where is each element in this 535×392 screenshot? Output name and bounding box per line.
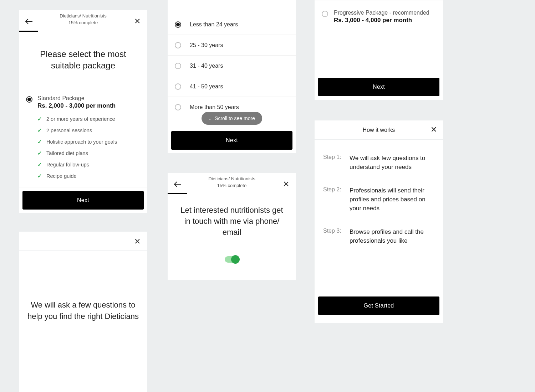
arrow-down-icon: ↓ <box>209 115 211 121</box>
close-icon[interactable]: ✕ <box>281 179 291 189</box>
radio-icon[interactable] <box>175 21 181 28</box>
step-label: Step 2: <box>323 186 345 213</box>
question-text: Let interested nutritionists get in touc… <box>168 194 296 238</box>
screen-intro: ✕ We will ask a few questions to help yo… <box>19 232 147 392</box>
feature-list: ✓2 or more years of experience ✓2 person… <box>37 116 140 179</box>
progress-label: 15% complete <box>168 183 296 188</box>
scroll-hint-label: Scroll to see more <box>215 115 255 121</box>
steps-list: Step 1: We will ask few questions to und… <box>315 140 443 245</box>
step-label: Step 3: <box>323 228 345 245</box>
age-option[interactable]: 25 - 30 years <box>168 35 296 56</box>
topbar: Dieticians/ Nutritionists 15% complete ✕ <box>19 10 147 32</box>
footer: Next <box>171 131 292 150</box>
scroll-hint-pill[interactable]: ↓ Scroll to see more <box>202 112 262 125</box>
next-button[interactable]: Next <box>171 131 292 150</box>
check-icon: ✓ <box>37 173 42 179</box>
check-icon: ✓ <box>37 127 42 134</box>
screen-age-select: Less than 24 years 25 - 30 years 31 - 40… <box>168 0 296 153</box>
check-icon: ✓ <box>37 116 42 122</box>
divider <box>19 250 147 251</box>
check-icon: ✓ <box>37 139 42 145</box>
close-icon[interactable]: ✕ <box>429 125 439 135</box>
radio-icon[interactable] <box>322 11 328 17</box>
screen-how-it-works: How it works ✕ Step 1: We will ask few q… <box>315 120 443 323</box>
age-option[interactable]: Less than 24 years <box>168 14 296 35</box>
footer: Get Started <box>318 296 439 315</box>
check-icon: ✓ <box>37 161 42 168</box>
question-text: Please select the most suitable package <box>19 32 147 72</box>
option-price: Rs. 2,000 - 3,000 per month <box>37 102 140 109</box>
topbar: Dieticians/ Nutritionists 15% complete ✕ <box>168 173 296 194</box>
progress-bar <box>19 31 38 32</box>
next-button[interactable]: Next <box>22 191 144 210</box>
footer: Next <box>318 78 439 96</box>
step-text: Professionals will send their profiles a… <box>350 186 434 213</box>
next-button[interactable]: Next <box>318 78 439 96</box>
step-label: Step 1: <box>323 154 345 171</box>
toggle-knob-icon <box>231 255 240 264</box>
close-icon[interactable]: ✕ <box>132 16 142 26</box>
radio-icon[interactable] <box>175 83 181 90</box>
radio-icon[interactable] <box>26 96 32 103</box>
step-item: Step 3: Browse profiles and call the pro… <box>323 228 434 245</box>
feature-item: ✓Recipe guide <box>37 173 140 179</box>
screen-contact-toggle: Dieticians/ Nutritionists 15% complete ✕… <box>168 173 296 280</box>
header-placeholder <box>168 0 296 14</box>
radio-icon[interactable] <box>175 63 181 69</box>
check-icon: ✓ <box>37 150 42 156</box>
radio-icon[interactable] <box>175 104 181 110</box>
intro-text: We will ask a few questions to help you … <box>26 299 140 322</box>
screen-package-select: Dieticians/ Nutritionists 15% complete ✕… <box>19 10 147 213</box>
progress-label: 15% complete <box>19 20 147 25</box>
header: How it works ✕ <box>315 120 443 140</box>
feature-item: ✓Holistic approach to your goals <box>37 139 140 145</box>
feature-item: ✓Tailored diet plans <box>37 150 140 156</box>
close-icon[interactable]: ✕ <box>132 237 142 247</box>
package-option-standard[interactable]: Standard Package Rs. 2,000 - 3,000 per m… <box>19 89 147 184</box>
header-title: Dieticians/ Nutritionists <box>19 13 147 19</box>
option-price: Rs. 3,000 - 4,000 per month <box>334 17 429 24</box>
step-text: Browse profiles and call the professiona… <box>350 228 434 245</box>
radio-icon[interactable] <box>175 42 181 48</box>
header-title: Dieticians/ Nutritionists <box>168 176 296 181</box>
age-option[interactable]: 31 - 40 years <box>168 56 296 76</box>
step-item: Step 1: We will ask few questions to und… <box>323 154 434 171</box>
option-title: Standard Package <box>37 95 140 102</box>
feature-item: ✓2 personal sessions <box>37 127 140 134</box>
progress-bar <box>168 193 187 194</box>
step-item: Step 2: Professionals will send their pr… <box>323 186 434 213</box>
screen-package-progressive: Progressive Package - recommended Rs. 3,… <box>315 0 443 100</box>
package-option-progressive[interactable]: Progressive Package - recommended Rs. 3,… <box>315 0 443 24</box>
feature-item: ✓2 or more years of experience <box>37 116 140 122</box>
age-option[interactable]: 41 - 50 years <box>168 76 296 97</box>
option-title: Progressive Package - recommended <box>334 10 429 16</box>
header-title: How it works <box>363 127 395 133</box>
step-text: We will ask few questions to understand … <box>350 154 434 171</box>
feature-item: ✓Regular follow-ups <box>37 161 140 168</box>
contact-toggle[interactable] <box>225 256 239 263</box>
footer: Next <box>19 187 147 213</box>
get-started-button[interactable]: Get Started <box>318 296 439 315</box>
